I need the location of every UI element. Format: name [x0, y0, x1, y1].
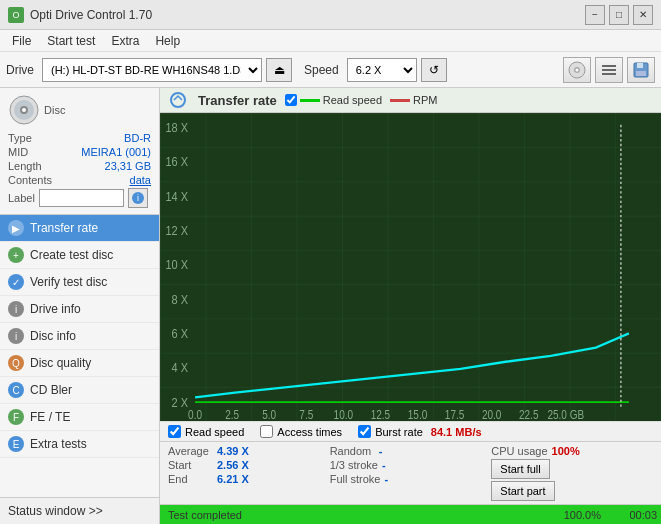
nav-disc-quality[interactable]: Q Disc quality [0, 350, 159, 377]
svg-rect-3 [602, 65, 616, 67]
app-icon: O [8, 7, 24, 23]
read-speed-legend-label: Read speed [323, 94, 382, 106]
svg-text:20.0: 20.0 [482, 408, 502, 421]
mid-label: MID [8, 146, 28, 158]
svg-text:7.5: 7.5 [299, 408, 313, 421]
app-title: Opti Drive Control 1.70 [30, 8, 152, 22]
svg-text:10.0: 10.0 [334, 408, 354, 421]
minimize-button[interactable]: − [585, 5, 605, 25]
read-speed-color [300, 99, 320, 102]
contents-label: Contents [8, 174, 52, 186]
disc-icon-btn[interactable] [563, 57, 591, 83]
label-input[interactable] [39, 189, 124, 207]
status-text: Test completed [168, 509, 242, 521]
svg-text:25.0 GB: 25.0 GB [547, 408, 584, 421]
nav-fe-te[interactable]: F FE / TE [0, 404, 159, 431]
menu-start-test[interactable]: Start test [39, 32, 103, 50]
nav-cd-bler[interactable]: C CD Bler [0, 377, 159, 404]
settings-icon-btn[interactable] [595, 57, 623, 83]
start-label: Start [168, 459, 213, 471]
read-speed-checkbox[interactable] [285, 94, 297, 106]
svg-text:0.0: 0.0 [188, 408, 202, 421]
svg-text:18 X: 18 X [165, 120, 188, 135]
rpm-color [390, 99, 410, 102]
rpm-legend-label: RPM [413, 94, 437, 106]
svg-text:2 X: 2 X [172, 395, 189, 410]
nav-extra-tests[interactable]: E Extra tests [0, 431, 159, 458]
end-value: 6.21 X [217, 473, 257, 485]
burst-rate-value: 84.1 MB/s [431, 426, 482, 438]
svg-text:6 X: 6 X [172, 326, 189, 341]
create-disc-icon: + [8, 247, 24, 263]
svg-text:4 X: 4 X [172, 361, 189, 376]
contents-value[interactable]: data [130, 174, 151, 186]
svg-text:12 X: 12 X [165, 223, 188, 238]
cpu-usage-label: CPU usage [491, 445, 547, 457]
verify-disc-icon: ✓ [8, 274, 24, 290]
chart-area: 18 X 16 X 14 X 12 X 10 X 8 X 6 X 4 X 2 X… [160, 113, 661, 421]
chart-header: Transfer rate Read speed RPM [160, 88, 661, 113]
status-window-label: Status window >> [8, 504, 103, 518]
average-value: 4.39 X [217, 445, 257, 457]
start-part-button[interactable]: Start part [491, 481, 554, 501]
svg-text:22.5: 22.5 [519, 408, 539, 421]
drive-label: Drive [6, 63, 34, 77]
fe-te-icon: F [8, 409, 24, 425]
menu-help[interactable]: Help [147, 32, 188, 50]
nav-extra-tests-label: Extra tests [30, 437, 87, 451]
access-times-cb[interactable] [260, 425, 273, 438]
nav-create-test-disc[interactable]: + Create test disc [0, 242, 159, 269]
drive-info-icon: i [8, 301, 24, 317]
menu-extra[interactable]: Extra [103, 32, 147, 50]
nav-cd-bler-label: CD Bler [30, 383, 72, 397]
toolbar: Drive (H:) HL-DT-ST BD-RE WH16NS48 1.D3 … [0, 52, 661, 88]
nav-drive-info[interactable]: i Drive info [0, 296, 159, 323]
menu-file[interactable]: File [4, 32, 39, 50]
nav-create-test-label: Create test disc [30, 248, 113, 262]
full-stroke-value: - [384, 473, 424, 485]
length-value: 23,31 GB [105, 160, 151, 172]
eject-button[interactable]: ⏏ [266, 58, 292, 82]
stats-bar: Average 4.39 X Start 2.56 X End 6.21 X R… [160, 441, 661, 504]
svg-rect-5 [602, 73, 616, 75]
burst-rate-cb-label: Burst rate [375, 426, 423, 438]
speed-refresh-button[interactable]: ↺ [421, 58, 447, 82]
mid-value: MEIRA1 (001) [81, 146, 151, 158]
svg-text:16 X: 16 X [165, 154, 188, 169]
speed-label: Speed [304, 63, 339, 77]
maximize-button[interactable]: □ [609, 5, 629, 25]
svg-text:10 X: 10 X [165, 257, 188, 272]
speed-select[interactable]: 6.2 X Max 2.0 X 4.0 X 8.0 X [347, 58, 417, 82]
main-area: Disc Type BD-R MID MEIRA1 (001) Length 2… [0, 88, 661, 524]
svg-text:15.0: 15.0 [408, 408, 428, 421]
disc-quality-icon: Q [8, 355, 24, 371]
burst-rate-cb[interactable] [358, 425, 371, 438]
nav-transfer-rate[interactable]: ▶ Transfer rate [0, 215, 159, 242]
checkboxes-row: Read speed Access times Burst rate 84.1 … [160, 421, 661, 441]
disc-panel: Disc Type BD-R MID MEIRA1 (001) Length 2… [0, 88, 159, 215]
drive-select[interactable]: (H:) HL-DT-ST BD-RE WH16NS48 1.D3 [42, 58, 262, 82]
access-times-cb-item: Access times [260, 425, 342, 438]
burst-rate-cb-item: Burst rate 84.1 MB/s [358, 425, 481, 438]
svg-rect-8 [636, 71, 646, 76]
svg-point-2 [576, 68, 579, 71]
stats-col-1: Average 4.39 X Start 2.56 X End 6.21 X [168, 445, 330, 501]
cpu-value: 100% [552, 445, 592, 457]
start-full-button[interactable]: Start full [491, 459, 549, 479]
nav-drive-info-label: Drive info [30, 302, 81, 316]
save-icon-btn[interactable] [627, 57, 655, 83]
read-speed-cb[interactable] [168, 425, 181, 438]
label-edit-button[interactable]: i [128, 188, 148, 208]
svg-rect-4 [602, 69, 616, 71]
disc-info-icon: i [8, 328, 24, 344]
access-times-cb-label: Access times [277, 426, 342, 438]
svg-text:5.0: 5.0 [262, 408, 276, 421]
nav-disc-info-label: Disc info [30, 329, 76, 343]
chart-title: Transfer rate [198, 93, 277, 108]
nav-fe-te-label: FE / TE [30, 410, 70, 424]
close-button[interactable]: ✕ [633, 5, 653, 25]
svg-text:8 X: 8 X [172, 292, 189, 307]
nav-verify-test-disc[interactable]: ✓ Verify test disc [0, 269, 159, 296]
nav-disc-info[interactable]: i Disc info [0, 323, 159, 350]
status-window-button[interactable]: Status window >> [0, 497, 159, 524]
